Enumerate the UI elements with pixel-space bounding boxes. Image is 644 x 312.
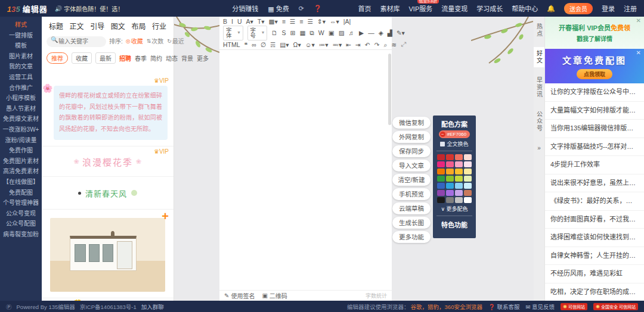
video-icon[interactable]: ▶ [359,30,364,36]
indent-icon[interactable]: ⇥ [355,42,361,48]
sidebar-item[interactable]: 样式 [0,20,42,30]
feedback-link[interactable]: ✉ 意见反馈 [525,302,555,311]
tab-collapse[interactable]: » [535,142,544,155]
nav-item[interactable]: 帮助中心 [512,4,538,13]
sidebar-item[interactable]: 公众号变现 [0,208,42,219]
trusted-site-badge[interactable]: ◉ 可信网站 [561,303,587,310]
close-icon[interactable]: ✕ [636,49,641,56]
horizontal-rule-icon[interactable]: — [368,30,374,36]
color-swatch[interactable] [446,183,454,189]
color-swatch[interactable] [437,154,445,160]
layout-icon[interactable]: ▤▾ [280,42,289,48]
styles-tab[interactable]: 布局 [131,21,145,31]
unordered-list-icon[interactable]: ≕▾ [332,42,342,48]
outdent-icon[interactable]: ⇤ [346,42,351,48]
html-icon[interactable]: HTML [223,42,240,48]
link-icon[interactable]: ∞ [252,42,256,48]
quick-action-button[interactable]: 生成长图 [392,217,431,229]
unlink-icon[interactable]: ∅ [261,42,266,48]
color-swatch[interactable] [455,154,463,160]
special-char-icon[interactable]: Ω▾ [293,42,301,48]
quick-action-button[interactable]: 清空/新建 [392,174,431,186]
close-icon[interactable]: ✕ [636,17,641,24]
color-swatch[interactable] [446,197,454,203]
insert-image-icon[interactable]: ▦ [299,30,305,36]
bold-icon[interactable]: B [223,18,227,25]
color-swatch[interactable] [464,190,472,196]
color-swatch[interactable] [455,176,463,182]
font-size-select[interactable]: 字号 [247,26,268,40]
color-swatch[interactable] [464,169,472,174]
sidebar-item[interactable]: 一键排版 [0,30,42,41]
find-replace-icon[interactable]: ⌕ [383,42,387,48]
quick-action-button[interactable]: 手机预览 [392,188,431,200]
sidebar-item[interactable]: 我的文章 [0,61,42,72]
styles-tab[interactable]: 行业 [152,21,166,31]
article-list-item[interactable]: 4步提升工作效率 [545,156,644,174]
letter-spacing-icon[interactable]: ⇔▾ [330,18,339,25]
sidebar-item[interactable]: 模板 [0,40,42,51]
strikethrough-icon[interactable]: S [282,30,286,36]
clear-format-icon[interactable]: ≋ [391,42,397,48]
word-count-label[interactable]: 字数统计 [366,292,387,299]
full-text-recolor-checkbox[interactable]: 全文换色 [440,140,468,148]
color-swatch[interactable] [437,169,445,174]
color-swatch[interactable] [464,161,472,167]
audio-icon[interactable]: ♬ [349,30,355,36]
color-swatch[interactable] [437,190,445,196]
sidebar-item[interactable]: 公众号配图 [0,219,42,229]
emoji-icon[interactable]: ☺▾ [305,42,315,48]
template-icon[interactable]: ☴ [270,42,275,48]
color-swatch[interactable] [455,169,463,174]
sidebar-item[interactable]: 合作推广 [0,83,42,93]
chip-dynamic[interactable]: 动态 [166,54,178,63]
sidebar-item[interactable]: 涨粉/阅读量 [0,135,42,146]
sidebar-item[interactable]: 免费配图 [0,188,42,198]
more-colors-button[interactable]: ∨ 更多配色 [441,205,467,213]
quick-action-button[interactable]: 外网复制 [392,131,431,143]
refresh-icon[interactable]: ⟳ [299,5,304,13]
nav-item[interactable]: 低至5.8折 VIP服务 [409,4,433,13]
distribution-link[interactable]: 分销赚钱 [232,4,258,13]
color-swatch[interactable] [446,169,454,174]
sidebar-item[interactable]: 免费作图 [0,145,42,156]
article-list-item[interactable]: 吃相，决定了你在职场的成败！ [545,283,644,301]
article-list-item[interactable]: 文字排版基础技巧--怎样对齐？ [545,138,644,157]
align-left-icon[interactable]: ≡ [282,18,286,25]
chip-simple[interactable]: 简约 [150,54,162,63]
styles-tab[interactable]: 图文 [111,21,125,31]
align-center-icon[interactable]: ☰ [290,18,295,25]
logo[interactable]: 135 编辑器 [7,3,48,14]
eraser-icon[interactable]: ◈ [379,30,383,36]
highlight-color-icon[interactable]: ▩▾ [269,18,278,25]
color-swatch[interactable] [464,154,472,160]
gallery-icon[interactable]: ▣ [329,30,335,36]
color-swatch[interactable] [455,161,463,167]
editor-canvas[interactable] [219,50,392,290]
underline-icon[interactable]: U [237,18,242,25]
magic-pen-icon[interactable]: ✎▾ [397,30,405,36]
tab-hot[interactable]: 热点 [534,20,545,40]
sidebar-item[interactable]: 愚人节素材 [0,104,42,114]
free-link[interactable]: ▦ 免费 [268,4,289,13]
text-style-icon[interactable]: T▾ [258,18,265,25]
color-swatch[interactable] [446,161,454,167]
sidebar-item[interactable]: 【在线做图】 [0,177,42,188]
color-swatch[interactable] [455,190,463,196]
font-family-select[interactable]: 字体 [223,26,243,40]
sidebar-item[interactable]: 免费图片素材 [0,156,42,167]
remove-color-icon[interactable]: − [440,132,445,137]
sidebar-item[interactable]: 高清免费素材 [0,166,42,177]
color-swatch[interactable] [437,161,445,167]
quick-action-button[interactable]: 云端草稿 [392,202,431,214]
add-style-button[interactable]: + [162,210,169,223]
ordered-list-icon[interactable]: ≔▾ [319,42,329,48]
quick-action-button[interactable]: 保存同步 [392,145,431,157]
contact-support-link[interactable]: ❓ 联系客服 [488,302,520,311]
word-import-icon[interactable]: W [318,30,324,36]
chip-spring[interactable]: 春季 [135,54,147,63]
sidebar-item[interactable]: 病毒裂变加粉 [0,229,42,240]
color-swatch[interactable] [455,183,463,189]
styles-tab[interactable]: 标题 [49,21,63,31]
sidebar-item[interactable]: 小程序模板 [0,93,42,104]
